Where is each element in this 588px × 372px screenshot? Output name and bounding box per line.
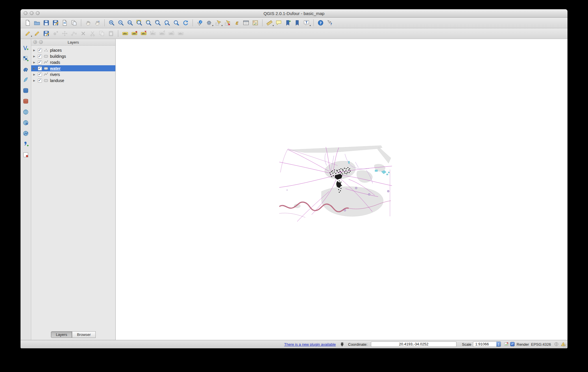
expand-arrow-icon[interactable]: ▶ (33, 79, 36, 82)
panel-float-button[interactable]: ○ (39, 40, 43, 44)
zoom-out-button[interactable] (117, 18, 125, 27)
layer-row-buildings[interactable]: ▶ ✓ buildings (31, 53, 115, 59)
help-contents-button[interactable] (316, 18, 325, 27)
layer-row-places[interactable]: ▶ ✓ places (31, 47, 115, 53)
layer-visibility-checkbox[interactable]: ✓ (38, 66, 42, 70)
layer-row-rivers[interactable]: ▶ ✓ rivers (31, 71, 115, 77)
new-bookmark-button[interactable] (284, 18, 292, 27)
pan-to-selection-button[interactable] (93, 18, 102, 27)
crs-status-icon[interactable] (554, 342, 559, 347)
add-mssql-layer-button[interactable] (21, 86, 30, 95)
combo-arrows-icon[interactable]: ▲▼ (496, 342, 501, 347)
layer-row-roads[interactable]: ▶ ✓ roads (31, 59, 115, 65)
layer-visibility-checkbox[interactable]: ✓ (38, 48, 42, 52)
text-annotation-button[interactable]: ▾ (302, 18, 311, 27)
add-raster-layer-button[interactable] (21, 54, 30, 63)
save-project-as-button[interactable] (51, 18, 60, 27)
layer-visibility-checkbox[interactable]: ✓ (38, 60, 42, 64)
copy-features-button[interactable] (97, 29, 106, 38)
label-pin-button[interactable] (130, 29, 139, 38)
new-plugin-link[interactable]: There is a new plugin available (284, 342, 336, 347)
change-label-button[interactable] (167, 29, 176, 38)
expand-arrow-icon[interactable]: ▶ (33, 49, 36, 52)
label-highlight-button[interactable] (139, 29, 148, 38)
close-window-button[interactable] (24, 11, 27, 15)
expand-arrow-icon[interactable]: ▶ (33, 61, 36, 64)
layer-visibility-checkbox[interactable]: ✓ (38, 72, 42, 77)
add-spatialite-layer-button[interactable] (21, 76, 30, 84)
scale-value: 1:91066 (473, 342, 496, 346)
toolbar-separator (193, 19, 193, 26)
select-features-button[interactable]: ▾ (214, 18, 223, 27)
tab-browser[interactable]: Browser (72, 331, 96, 338)
measure-button[interactable]: ▾ (265, 18, 274, 27)
zoom-window-button[interactable] (36, 11, 40, 15)
select-by-expression-button[interactable] (232, 18, 241, 27)
run-feature-action-button[interactable]: ▾ (205, 18, 213, 27)
zoom-native-button[interactable] (126, 18, 134, 27)
new-project-button[interactable] (23, 18, 32, 27)
render-checkbox[interactable]: ✓ (510, 342, 515, 346)
panel-close-button[interactable]: × (33, 40, 37, 44)
refresh-map-button[interactable] (181, 18, 190, 27)
map-canvas[interactable] (116, 39, 567, 340)
whats-this-button[interactable] (326, 18, 334, 27)
tab-layers[interactable]: Layers (51, 331, 72, 338)
map-tips-button[interactable] (274, 18, 283, 27)
add-delimited-text-layer-button[interactable] (21, 140, 30, 148)
deselect-features-button[interactable] (223, 18, 232, 27)
label-properties-button[interactable] (176, 29, 185, 38)
add-wcs-layer-button[interactable] (21, 118, 30, 127)
expand-arrow-icon[interactable]: ▶ (33, 67, 36, 70)
plugin-icon[interactable] (340, 342, 345, 347)
layer-row-landuse[interactable]: ▶ ✓ landuse (31, 77, 115, 83)
expand-arrow-icon[interactable]: ▶ (33, 73, 36, 76)
toggle-editing-button[interactable] (33, 29, 41, 38)
zoom-full-button[interactable] (135, 18, 144, 27)
delete-selected-button[interactable] (79, 29, 88, 38)
scale-combobox[interactable]: 1:91066 ▲▼ (473, 341, 501, 347)
rotate-label-button[interactable] (158, 29, 167, 38)
zoom-in-button[interactable] (107, 18, 116, 27)
cut-features-button[interactable] (88, 29, 97, 38)
zoom-next-button[interactable] (172, 18, 181, 27)
composer-manager-button[interactable] (70, 18, 78, 27)
toolbar-separator (118, 30, 118, 37)
paste-features-button[interactable] (107, 29, 115, 38)
current-edits-button[interactable]: ▾ (23, 29, 32, 38)
coordinate-label: Coordinate: (348, 342, 367, 347)
add-raster-layer-icon (23, 55, 29, 62)
resize-grip[interactable] (563, 344, 567, 348)
zoom-to-layer-button[interactable] (154, 18, 162, 27)
add-feature-button[interactable] (51, 29, 60, 38)
zoom-to-selection-button[interactable] (144, 18, 153, 27)
add-wfs-layer-button[interactable] (21, 129, 30, 138)
stop-render-icon[interactable] (504, 342, 509, 347)
add-wms-layer-button[interactable] (21, 108, 30, 116)
layer-row-water[interactable]: ▶ ✓ water (31, 65, 115, 71)
layer-labeling-button[interactable] (121, 29, 130, 38)
expand-arrow-icon[interactable]: ▶ (33, 55, 36, 58)
identify-features-button[interactable] (195, 18, 204, 27)
add-vector-layer-button[interactable] (21, 44, 30, 52)
show-bookmarks-button[interactable] (293, 18, 302, 27)
minimize-window-button[interactable] (30, 11, 34, 15)
new-shapefile-layer-button[interactable] (21, 150, 30, 159)
save-layer-edits-button[interactable] (42, 29, 51, 38)
pan-map-button[interactable] (84, 18, 93, 27)
layer-label: rivers (50, 72, 60, 77)
layer-visibility-checkbox[interactable]: ✓ (38, 79, 42, 83)
open-attribute-table-button[interactable] (242, 18, 250, 27)
zoom-last-button[interactable] (163, 18, 171, 27)
field-calculator-button[interactable] (251, 18, 260, 27)
coordinate-input[interactable] (371, 341, 456, 347)
save-project-button[interactable] (42, 18, 51, 27)
open-project-button[interactable] (33, 18, 41, 27)
move-feature-button[interactable] (60, 29, 69, 38)
new-print-composer-button[interactable] (60, 18, 69, 27)
layer-visibility-checkbox[interactable]: ✓ (38, 54, 42, 58)
add-oracle-layer-button[interactable] (21, 97, 30, 106)
node-tool-button[interactable] (70, 29, 78, 38)
move-label-button[interactable] (149, 29, 157, 38)
add-postgis-layer-button[interactable] (21, 65, 30, 74)
